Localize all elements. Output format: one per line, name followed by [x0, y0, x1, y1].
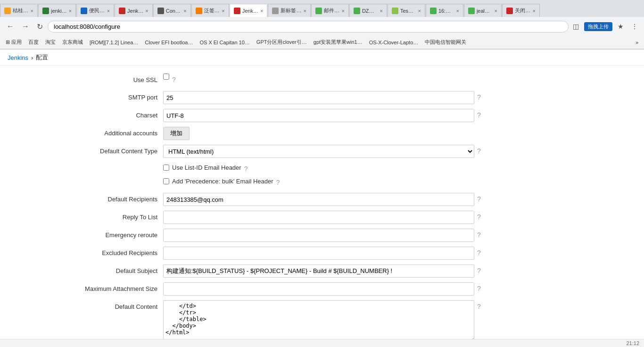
tab-close-13[interactable]: ×: [494, 8, 497, 14]
tab-close-10[interactable]: ×: [380, 8, 382, 14]
default-recipients-input[interactable]: [163, 193, 474, 206]
charset-help-icon[interactable]: ?: [477, 111, 481, 119]
tab-3[interactable]: 便民… ×: [76, 4, 114, 17]
tab-close-12[interactable]: ×: [456, 8, 459, 14]
use-list-id-help-icon[interactable]: ?: [244, 165, 248, 173]
charset-row: Charset ?: [8, 109, 636, 122]
tab-title-8: 新标签…: [281, 7, 301, 14]
tab-11[interactable]: Tes… ×: [388, 4, 425, 17]
add-account-button[interactable]: 增加: [163, 127, 190, 140]
tab-icon-4: [119, 8, 125, 14]
tab-6[interactable]: 泛签… ×: [191, 4, 229, 17]
browser-chrome: 桔桂… × jenki… × 便民… × Jenk… × Con… × 泛签… …: [0, 0, 644, 50]
upload-button[interactable]: 拖拽上传: [584, 22, 612, 31]
smtp-port-help-icon[interactable]: ?: [477, 93, 481, 101]
bookmarks-more[interactable]: »: [634, 39, 640, 46]
use-ssl-control: ?: [163, 74, 636, 83]
charset-input[interactable]: [163, 109, 474, 122]
default-content-textarea[interactable]: </td> </tr> </table> </body> </html>: [163, 300, 474, 343]
default-subject-help-icon[interactable]: ?: [477, 267, 481, 274]
smtp-port-label: SMTP port: [8, 91, 163, 104]
tab-close-8[interactable]: ×: [303, 8, 306, 14]
bookmark-gpt[interactable]: GPT分区用clover引…: [255, 38, 309, 47]
address-input[interactable]: [48, 21, 569, 33]
default-content-type-select[interactable]: HTML (text/html) Plain Text (text/plain): [163, 145, 474, 158]
tab-title-3: 便民…: [89, 7, 105, 14]
reload-button[interactable]: ↻: [34, 21, 46, 32]
back-button[interactable]: ←: [4, 21, 17, 32]
tab-5[interactable]: Con… ×: [153, 4, 191, 17]
excluded-recipients-input[interactable]: [163, 247, 474, 260]
tab-icon-3: [81, 8, 87, 14]
tab-title-5: Con…: [166, 8, 182, 14]
reply-to-list-help-icon[interactable]: ?: [477, 213, 481, 221]
extensions-button[interactable]: ◫: [570, 22, 581, 31]
tab-close-9[interactable]: ×: [341, 8, 344, 14]
tab-close-6[interactable]: ×: [222, 8, 224, 14]
tab-close-7[interactable]: ×: [260, 8, 263, 14]
charset-label: Charset: [8, 109, 163, 122]
tab-4[interactable]: Jenk… ×: [115, 4, 153, 17]
max-attachment-row: Maximum Attachment Size ?: [8, 282, 636, 296]
excluded-recipients-label: Excluded Recipients: [8, 247, 163, 259]
bookmark-rom[interactable]: [ROM][7.1.2] Linea…: [88, 39, 140, 46]
tab-9[interactable]: 邮件… ×: [311, 4, 349, 17]
bookmark-taobao[interactable]: 淘宝: [43, 38, 58, 47]
bookmark-osx2[interactable]: OS-X-Clover-Lapto…: [367, 39, 421, 46]
breadcrumb-home[interactable]: Jenkins: [8, 54, 28, 61]
checkbox-options-control: Use List-ID Email Header ? Add 'Preceden…: [163, 163, 636, 188]
add-precedence-checkbox[interactable]: [163, 178, 169, 184]
add-precedence-help-icon[interactable]: ?: [276, 179, 280, 186]
max-attachment-input[interactable]: [163, 282, 474, 296]
default-recipients-help-icon[interactable]: ?: [477, 195, 481, 203]
tab-close-1[interactable]: ×: [31, 8, 33, 14]
default-subject-input[interactable]: [163, 264, 474, 278]
tab-close-3[interactable]: ×: [107, 8, 110, 14]
tab-title-1: 桔桂…: [13, 7, 29, 14]
bookmark-jd[interactable]: 京东商城: [60, 38, 85, 47]
content-type-help-icon[interactable]: ?: [477, 147, 481, 155]
bookmark-telecom[interactable]: 中国电信智能网关: [423, 38, 468, 47]
tab-14[interactable]: 关闭… ×: [502, 4, 540, 17]
tab-1[interactable]: 桔桂… ×: [0, 4, 38, 17]
tab-13[interactable]: jeal… ×: [464, 4, 502, 17]
bookmark-clover-efi[interactable]: Clover EFI bootloa…: [143, 39, 195, 46]
smtp-port-input[interactable]: [163, 91, 474, 104]
tab-icon-12: [430, 8, 437, 14]
use-list-id-checkbox[interactable]: [163, 165, 169, 171]
tab-12[interactable]: 16:… ×: [426, 4, 463, 17]
use-ssl-help-icon[interactable]: ?: [172, 76, 176, 83]
tab-10[interactable]: DZ… ×: [349, 4, 387, 17]
tab-close-2[interactable]: ×: [69, 8, 72, 14]
star-button[interactable]: ★: [615, 22, 626, 31]
bookmark-osx[interactable]: OS X El Capitan 10…: [198, 39, 251, 46]
breadcrumb: Jenkins › 配置: [0, 50, 644, 66]
tab-close-14[interactable]: ×: [532, 8, 535, 14]
reply-to-list-input[interactable]: [163, 211, 474, 224]
menu-button[interactable]: ⋮: [629, 22, 640, 31]
use-list-id-label: Use List-ID Email Header: [172, 164, 241, 171]
max-attachment-control: ?: [163, 282, 636, 296]
config-area: Use SSL ? SMTP port ? Charset ? Addition…: [0, 66, 644, 347]
use-ssl-checkbox[interactable]: [163, 74, 169, 80]
tab-7[interactable]: Jenk… ×: [230, 4, 268, 17]
tab-close-11[interactable]: ×: [418, 8, 421, 14]
default-content-type-label: Default Content Type: [8, 145, 163, 157]
bookmark-apps[interactable]: ⊞ 应用: [4, 38, 24, 47]
bookmark-gpt2[interactable]: gpt安装黑苹果win1…: [312, 38, 364, 47]
tab-8[interactable]: 新标签… ×: [268, 4, 310, 17]
tab-title-10: DZ…: [362, 8, 378, 14]
max-attachment-help-icon[interactable]: ?: [477, 285, 481, 292]
tab-title-7: Jenk…: [242, 8, 258, 14]
emergency-reroute-help-icon[interactable]: ?: [477, 231, 481, 239]
bookmark-baidu[interactable]: 百度: [26, 38, 41, 47]
forward-button[interactable]: →: [19, 21, 32, 32]
emergency-reroute-input[interactable]: [163, 229, 474, 242]
default-content-wrapper: </td> </tr> </table> </body> </html>: [163, 300, 474, 344]
add-precedence-label: Add 'Precedence: bulk' Email Header: [172, 178, 273, 185]
tab-2[interactable]: jenki… ×: [38, 4, 76, 17]
tab-close-5[interactable]: ×: [183, 8, 186, 14]
default-content-help-icon[interactable]: ?: [477, 303, 481, 310]
tab-close-4[interactable]: ×: [145, 8, 148, 14]
excluded-recipients-help-icon[interactable]: ?: [477, 249, 481, 256]
